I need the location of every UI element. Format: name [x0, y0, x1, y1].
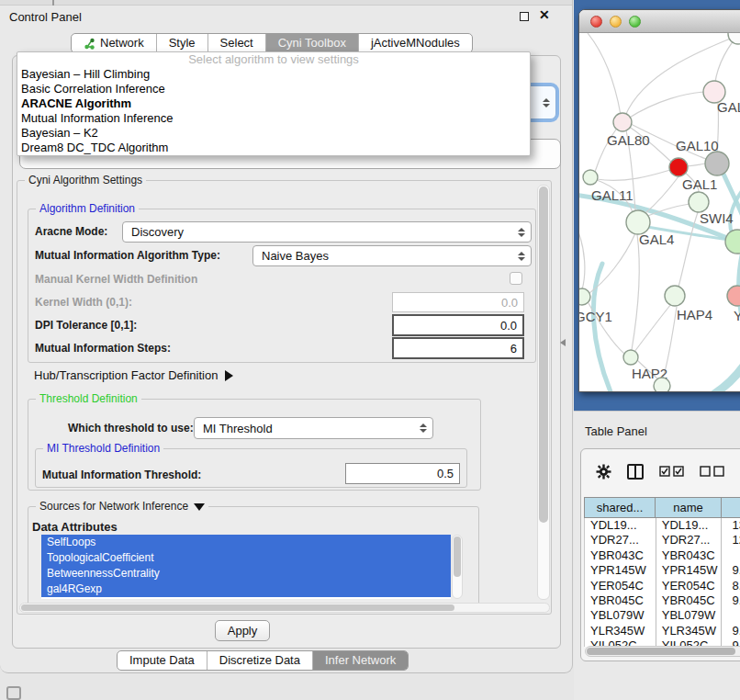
table-row[interactable]: YDR27...YDR27...12	[585, 533, 740, 548]
mi-type-combo[interactable]: Naive Bayes	[252, 245, 532, 266]
network-node[interactable]	[705, 152, 729, 175]
scrollbar-thumb[interactable]	[21, 604, 454, 611]
tab-label: Impute Data	[129, 651, 195, 670]
network-edge[interactable]	[632, 234, 639, 350]
float-window-icon[interactable]	[520, 12, 529, 21]
network-edge[interactable]	[707, 360, 740, 392]
unchecked-boxes-icon[interactable]	[700, 466, 724, 477]
column-header[interactable]: shared...	[584, 497, 656, 518]
tab-select[interactable]: Select	[207, 34, 265, 52]
data-attributes-label: Data Attributes	[32, 520, 118, 534]
network-node[interactable]	[689, 192, 709, 212]
network-edge[interactable]	[593, 264, 611, 392]
data-attributes-list[interactable]: SelfLoopsTopologicalCoefficientBetweenne…	[41, 535, 451, 599]
scrollbar-thumb[interactable]	[539, 186, 548, 523]
tab-jactivemnodules[interactable]: jActiveMNodules	[358, 34, 472, 52]
apply-button[interactable]: Apply	[215, 620, 270, 641]
network-node[interactable]	[623, 350, 638, 365]
settings-vertical-scrollbar[interactable]	[537, 185, 550, 600]
network-edge[interactable]	[628, 92, 705, 119]
zoom-traffic-icon[interactable]	[629, 16, 641, 28]
expanded-arrow-icon	[194, 503, 205, 511]
network-node[interactable]	[669, 158, 688, 176]
table-row[interactable]: YBR045CYBR045C9.	[585, 593, 740, 608]
algorithm-option[interactable]: Mutual Information Inference	[17, 111, 530, 126]
node-label: GAL4	[639, 231, 674, 247]
algorithm-placeholder: Select algorithm to view settings	[17, 52, 530, 67]
algorithm-option[interactable]: Bayesian – K2	[17, 126, 530, 141]
network-node[interactable]	[665, 286, 685, 306]
mi-threshold-label: Mutual Information Threshold:	[42, 469, 201, 481]
tab-label: Select	[220, 34, 253, 52]
attribute-item[interactable]: BetweennessCentrality	[41, 566, 451, 581]
network-node[interactable]	[727, 286, 740, 306]
close-traffic-icon[interactable]	[590, 16, 602, 28]
table-row[interactable]: YLR345WYLR345W9.	[585, 624, 740, 638]
tab-impute-data[interactable]: Impute Data	[118, 651, 207, 670]
table-row[interactable]: YER054CYER054C8.	[585, 579, 740, 593]
table-row[interactable]: YDL19...YDL19...13	[585, 518, 740, 533]
table-horizontal-scrollbar[interactable]	[585, 646, 740, 657]
network-edge[interactable]	[687, 164, 706, 166]
node-label: GCY1	[579, 309, 612, 324]
divider-tick	[52, 0, 54, 6]
table-panel: Table Panel	[574, 411, 740, 700]
gear-icon[interactable]	[596, 464, 611, 480]
minimize-traffic-icon[interactable]	[610, 16, 622, 28]
table-row[interactable]: YBR043CYBR043C	[585, 548, 740, 563]
table-row[interactable]: YBL079WYBL079W	[585, 608, 740, 623]
table-cell: YPR145W	[585, 563, 656, 578]
algorithm-option[interactable]: Bayesian – Hill Climbing	[17, 67, 530, 82]
scrollbar-thumb[interactable]	[454, 536, 461, 577]
dpi-tolerance-field[interactable]: 0.0	[392, 314, 524, 336]
table-row[interactable]: YPR145WYPR145W9.	[585, 563, 740, 578]
manual-kernel-checkbox[interactable]	[510, 272, 522, 285]
attribute-item[interactable]: SelfLoops	[41, 535, 451, 550]
split-pane-collapse-handle[interactable]	[560, 339, 566, 346]
network-node[interactable]	[725, 230, 740, 254]
network-canvas[interactable]: GALGAL80GAL10GAL1GAL11GAL4SWI4GCY1HAP4YH…	[579, 33, 740, 392]
network-edge[interactable]	[588, 33, 621, 115]
cytopanel-dock-icon[interactable]	[6, 686, 21, 700]
kernel-width-field[interactable]: 0.0	[392, 292, 524, 312]
aracne-mode-combo[interactable]: Discovery	[122, 221, 532, 243]
network-node[interactable]	[728, 33, 740, 44]
algorithm-option[interactable]: Dream8 DC_TDC Algorithm	[17, 141, 530, 155]
tab-infer-network[interactable]: Infer Network	[312, 651, 408, 670]
mi-threshold-field[interactable]: 0.5	[345, 463, 460, 484]
tab-discretize-data[interactable]: Discretize Data	[207, 651, 312, 670]
network-window-titlebar[interactable]	[579, 10, 740, 33]
network-node[interactable]	[583, 170, 598, 185]
table-panel-body: shared...nameA YDL19...YDL19...13YDR27..…	[580, 448, 740, 661]
network-node[interactable]	[654, 378, 670, 392]
attributes-scrollbar[interactable]	[452, 535, 463, 599]
tab-cyni-toolbox[interactable]: Cyni Toolbox	[265, 34, 358, 52]
mi-steps-field[interactable]: 6	[392, 337, 524, 359]
algorithm-option[interactable]: Basic Correlation Inference	[17, 82, 530, 96]
which-threshold-combo[interactable]: MI Threshold	[194, 417, 433, 439]
tab-label: Network	[100, 34, 144, 52]
algorithm-option[interactable]: ARACNE Algorithm	[17, 96, 530, 111]
network-node[interactable]	[613, 113, 632, 131]
table-cell: YPR145W	[656, 563, 723, 578]
column-header[interactable]: name	[656, 497, 722, 518]
tab-network[interactable]: Network	[72, 34, 156, 52]
settings-horizontal-scrollbar[interactable]	[19, 603, 550, 613]
columns-icon[interactable]	[627, 464, 644, 480]
network-node[interactable]	[579, 288, 590, 305]
column-header[interactable]: A	[722, 497, 740, 518]
cyni-algorithm-settings-group: Cyni Algorithm Settings Algorithm Defini…	[17, 180, 552, 615]
attribute-item[interactable]: gal4RGexp	[41, 581, 451, 597]
tab-style[interactable]: Style	[156, 34, 207, 52]
network-edge[interactable]	[634, 304, 671, 352]
algorithm-dropdown-popup: Select algorithm to view settings Bayesi…	[17, 51, 531, 156]
network-edge[interactable]	[579, 221, 585, 289]
attribute-item[interactable]: TopologicalCoefficient	[41, 550, 451, 566]
hub-definition-toggle[interactable]: Hub/Transcription Factor Definition	[34, 368, 233, 382]
network-edge[interactable]	[597, 170, 670, 180]
table-cell: YER054C	[585, 579, 656, 593]
close-icon[interactable]: ✕	[539, 7, 550, 22]
scrollbar-thumb[interactable]	[587, 648, 735, 655]
checked-boxes-icon[interactable]	[659, 466, 684, 477]
mi-steps-label: Mutual Information Steps:	[35, 342, 171, 355]
